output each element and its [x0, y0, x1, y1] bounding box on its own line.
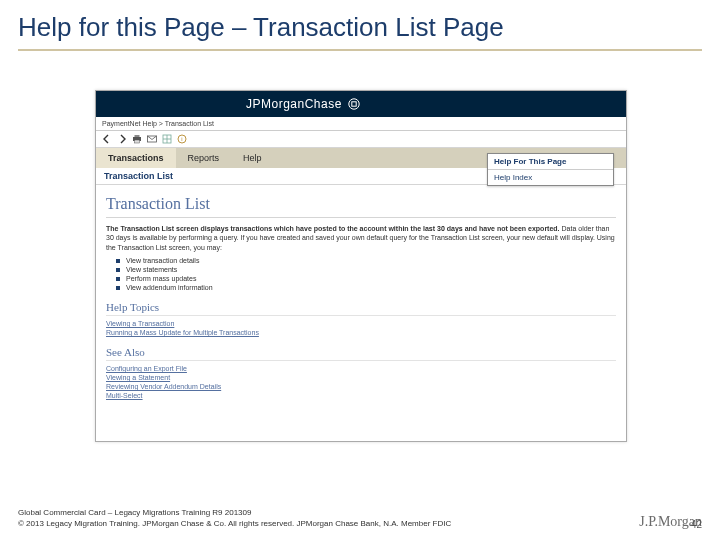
see-also-link[interactable]: Configuring an Export File [106, 365, 616, 372]
svg-rect-3 [135, 135, 140, 137]
list-item: View statements [116, 266, 616, 273]
breadcrumb: PaymentNet Help > Transaction List [102, 120, 214, 127]
slide-title: Help for this Page – Transaction List Pa… [18, 12, 504, 42]
tab-help[interactable]: Help [231, 148, 274, 168]
tab-reports[interactable]: Reports [176, 148, 232, 168]
list-item: View transaction details [116, 257, 616, 264]
back-icon[interactable] [102, 134, 112, 144]
info-icon[interactable]: i [177, 134, 187, 144]
forward-icon[interactable] [117, 134, 127, 144]
see-also-heading: See Also [106, 346, 616, 361]
mail-icon[interactable] [147, 134, 157, 144]
slide: Help for this Page – Transaction List Pa… [0, 0, 720, 540]
list-item: Perform mass updates [116, 275, 616, 282]
help-menu-item-index[interactable]: Help Index [488, 170, 613, 185]
brand-text: JPMorganChase [246, 97, 342, 111]
desc-bold: The Transaction List screen displays tra… [106, 225, 560, 232]
help-topics-heading: Help Topics [106, 301, 616, 316]
footer-line-2: © 2013 Legacy Migration Training. JPMorg… [18, 519, 451, 530]
brand-logo: JPMorganChase [246, 97, 360, 111]
nav-tabs: Transactions Reports Help Help For This … [96, 148, 626, 168]
slide-title-wrap: Help for this Page – Transaction List Pa… [0, 0, 720, 45]
see-also-link[interactable]: Viewing a Statement [106, 374, 616, 381]
print-icon[interactable] [132, 134, 142, 144]
see-also-link[interactable]: Multi-Select [106, 392, 616, 399]
svg-point-0 [349, 99, 359, 109]
bookmark-icon[interactable] [162, 134, 172, 144]
help-topic-link[interactable]: Viewing a Transaction [106, 320, 616, 327]
help-topic-link[interactable]: Running a Mass Update for Multiple Trans… [106, 329, 616, 336]
tab-transactions[interactable]: Transactions [96, 148, 176, 168]
see-also-link[interactable]: Reviewing Vendor Addendum Details [106, 383, 616, 390]
footer-text: Global Commercial Card – Legacy Migratio… [18, 508, 451, 530]
page-number: 42 [691, 519, 702, 530]
app-screenshot: JPMorganChase PaymentNet Help > Transact… [95, 90, 627, 442]
breadcrumb-row: PaymentNet Help > Transaction List [96, 117, 626, 131]
footer-line-1: Global Commercial Card – Legacy Migratio… [18, 508, 451, 519]
help-topics-list: Viewing a Transaction Running a Mass Upd… [106, 320, 616, 336]
see-also-list: Configuring an Export File Viewing a Sta… [106, 365, 616, 399]
page-heading: Transaction List [106, 195, 616, 218]
help-menu-item-this-page[interactable]: Help For This Page [488, 154, 613, 170]
help-content: Transaction List The Transaction List sc… [96, 185, 626, 411]
list-item: View addendum information [116, 284, 616, 291]
svg-text:i: i [181, 136, 182, 142]
slide-footer: Global Commercial Card – Legacy Migratio… [18, 508, 702, 530]
page-description: The Transaction List screen displays tra… [106, 224, 616, 252]
svg-rect-4 [135, 140, 140, 143]
brand-bar: JPMorganChase [96, 91, 626, 117]
capability-list: View transaction details View statements… [116, 257, 616, 291]
toolbar: i [96, 131, 626, 148]
svg-rect-1 [352, 102, 356, 106]
brand-mark-icon [348, 98, 360, 110]
help-dropdown: Help For This Page Help Index [487, 153, 614, 186]
title-rule [18, 49, 702, 51]
